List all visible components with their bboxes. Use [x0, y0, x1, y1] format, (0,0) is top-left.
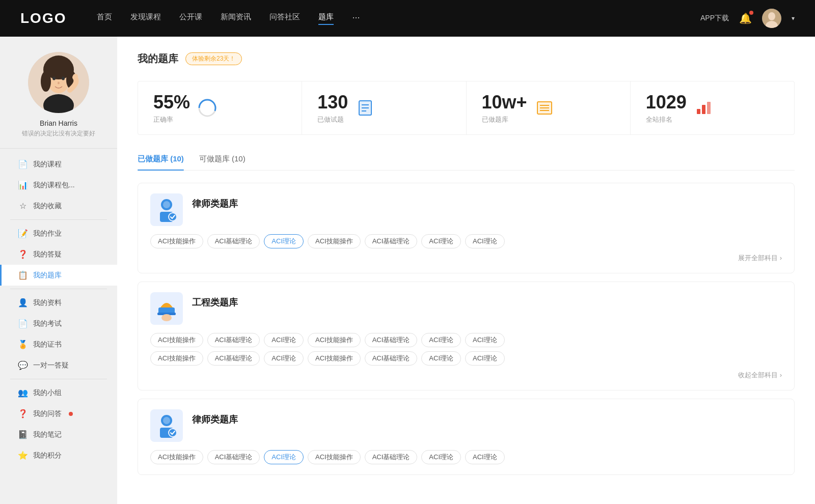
bank-name-3: 律师类题库: [192, 413, 238, 426]
tag[interactable]: ACI基础理论: [207, 333, 260, 347]
tag[interactable]: ACI基础理论: [207, 351, 260, 366]
notification-bell[interactable]: 🔔: [739, 12, 752, 24]
nav-link-bank[interactable]: 题库: [318, 12, 334, 25]
banks-list-icon: [534, 98, 555, 118]
sidebar-item-label: 我的小组: [33, 388, 62, 398]
tab-available-banks[interactable]: 可做题库 (10): [199, 150, 246, 170]
exam-icon: 📄: [18, 319, 28, 328]
tag[interactable]: ACI技能操作: [308, 333, 361, 347]
course-pkg-icon: 📊: [18, 180, 28, 190]
sidebar-item-profile[interactable]: 👤 我的资料: [0, 292, 117, 313]
nav-link-news[interactable]: 新闻资讯: [221, 12, 251, 25]
nav-link-qa[interactable]: 问答社区: [269, 12, 300, 25]
sidebar-profile: Brian Harris 错误的决定比没有决定要好: [0, 52, 117, 149]
stat-number: 1029: [646, 92, 687, 113]
sidebar-item-label: 一对一答疑: [33, 361, 69, 370]
nav-link-home[interactable]: 首页: [97, 12, 112, 25]
user-menu-chevron[interactable]: ▾: [792, 15, 795, 22]
course-icon: 📄: [18, 159, 28, 169]
tag[interactable]: ACI理论: [465, 333, 505, 347]
tag[interactable]: ACI理论: [465, 450, 505, 464]
tag[interactable]: ACI技能操作: [308, 450, 361, 464]
tag[interactable]: ACI技能操作: [308, 351, 361, 366]
nav-link-discover[interactable]: 发现课程: [130, 12, 161, 25]
stat-number: 55%: [153, 92, 190, 113]
bank-header-3: 律师类题库: [150, 409, 782, 442]
svg-point-33: [169, 213, 177, 221]
tags-row-2a: ACI技能操作 ACI基础理论 ACI理论 ACI技能操作 ACI基础理论 AC…: [150, 333, 782, 347]
tag[interactable]: ACI基础理论: [207, 450, 260, 464]
sidebar-item-question-bank[interactable]: 📋 我的题库: [0, 265, 117, 286]
sidebar-item-label: 我的资料: [33, 298, 62, 307]
profile-avatar: [28, 52, 89, 113]
svg-point-40: [169, 429, 177, 437]
sidebar-menu: 📄 我的课程 📊 我的课程包... ☆ 我的收藏 📝 我的作业 ❓ 我的答疑 �: [0, 154, 117, 466]
user-avatar[interactable]: [762, 9, 781, 28]
tag[interactable]: ACI基础理论: [365, 333, 418, 347]
stat-label: 全站排名: [646, 115, 687, 124]
sidebar-item-1on1[interactable]: 💬 一对一答疑: [0, 355, 117, 376]
chat-icon: 💬: [18, 360, 28, 370]
stat-number: 130: [317, 92, 348, 113]
tag[interactable]: ACI基础理论: [365, 234, 418, 248]
tag[interactable]: ACI技能操作: [150, 351, 203, 366]
lawyer-bank-icon-1: [150, 193, 183, 226]
sidebar-item-points[interactable]: ⭐ 我的积分: [0, 445, 117, 466]
tag[interactable]: ACI技能操作: [150, 450, 203, 464]
profile-name: Brian Harris: [40, 119, 77, 127]
tag-active[interactable]: ACI理论: [264, 450, 304, 464]
sidebar-item-notes[interactable]: 📓 我的笔记: [0, 424, 117, 445]
nav-right: APP下载 🔔 ▾: [700, 9, 795, 28]
svg-point-11: [62, 77, 65, 80]
sidebar-item-favorites[interactable]: ☆ 我的收藏: [0, 195, 117, 216]
ranking-bar-icon: [694, 98, 714, 118]
navbar: LOGO 首页 发现课程 公开课 新闻资讯 问答社区 题库 ··· APP下载 …: [0, 0, 815, 37]
tag[interactable]: ACI基础理论: [207, 234, 260, 248]
notification-dot: [749, 11, 753, 15]
question-icon: ❓: [18, 249, 28, 259]
stat-info: 10w+ 已做题库: [482, 92, 527, 124]
tabs: 已做题库 (10) 可做题库 (10): [138, 150, 795, 171]
app-download-button[interactable]: APP下载: [700, 14, 729, 23]
tag[interactable]: ACI基础理论: [365, 450, 418, 464]
svg-point-1: [768, 12, 775, 20]
sidebar-item-group[interactable]: 👥 我的小组: [0, 382, 117, 403]
tag[interactable]: ACI技能操作: [308, 234, 361, 248]
collapse-link-2[interactable]: 收起全部科目 ›: [150, 371, 782, 380]
page-title: 我的题库: [138, 52, 178, 66]
tags-row-1: ACI技能操作 ACI基础理论 ACI理论 ACI技能操作 ACI基础理论 AC…: [150, 234, 782, 248]
sidebar-item-label: 我的问答: [33, 409, 62, 418]
star-icon: ☆: [18, 201, 28, 211]
tag[interactable]: ACI理论: [465, 234, 505, 248]
tag[interactable]: ACI技能操作: [150, 333, 203, 347]
tag[interactable]: ACI理论: [421, 234, 461, 248]
sidebar-item-answers[interactable]: ❓ 我的答疑: [0, 244, 117, 265]
sidebar-item-courses[interactable]: 📄 我的课程: [0, 154, 117, 175]
tag[interactable]: ACI理论: [264, 351, 304, 366]
sidebar-item-exam[interactable]: 📄 我的考试: [0, 313, 117, 334]
tag[interactable]: ACI理论: [264, 333, 304, 347]
tag[interactable]: ACI基础理论: [365, 351, 418, 366]
sidebar-item-homework[interactable]: 📝 我的作业: [0, 223, 117, 244]
sidebar-item-qa[interactable]: ❓ 我的问答: [0, 403, 117, 424]
sidebar-item-label: 我的笔记: [33, 430, 62, 439]
tag-active[interactable]: ACI理论: [264, 234, 304, 248]
sidebar-item-label: 我的作业: [33, 229, 62, 238]
sidebar-divider-2: [10, 289, 107, 289]
bank-header-1: 律师类题库: [150, 193, 782, 226]
sidebar-item-certificate[interactable]: 🏅 我的证书: [0, 334, 117, 355]
tag[interactable]: ACI理论: [421, 351, 461, 366]
lawyer-bank-icon-3: [150, 409, 183, 442]
tab-done-banks[interactable]: 已做题库 (10): [138, 150, 184, 170]
sidebar-item-label: 我的答疑: [33, 250, 62, 259]
tag[interactable]: ACI技能操作: [150, 234, 203, 248]
nav-link-more[interactable]: ···: [352, 12, 360, 25]
cert-icon: 🏅: [18, 340, 28, 349]
questions-doc-icon: [355, 98, 375, 118]
sidebar-item-course-pkg[interactable]: 📊 我的课程包...: [0, 175, 117, 195]
tag[interactable]: ACI理论: [465, 351, 505, 366]
tag[interactable]: ACI理论: [421, 333, 461, 347]
nav-link-open[interactable]: 公开课: [179, 12, 202, 25]
expand-link-1[interactable]: 展开全部科目 ›: [150, 254, 782, 263]
tag[interactable]: ACI理论: [421, 450, 461, 464]
